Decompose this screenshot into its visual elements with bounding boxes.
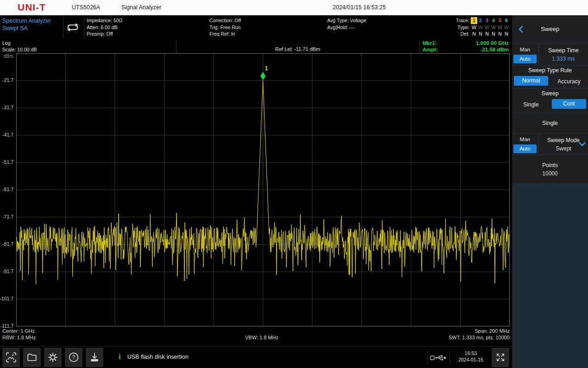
screenshot-icon bbox=[6, 352, 17, 363]
trace-det-value: N bbox=[503, 31, 510, 37]
sweep-type-rule-item: Sweep Type Rule Normal Accuracy bbox=[512, 66, 588, 88]
trig-label: Trig: Free Run bbox=[209, 24, 241, 31]
uni-t-logo: UNI-T bbox=[18, 2, 46, 13]
model-number: UTS5026A bbox=[72, 4, 100, 11]
preamp-label: Preamp: Off bbox=[87, 31, 122, 37]
settings-button[interactable] bbox=[44, 348, 62, 367]
trace-det-value: N bbox=[497, 31, 503, 37]
trace-status-block: Trace: 1 2 3 4 5 6 Type: W W W W W W Det… bbox=[452, 17, 510, 37]
sweep-cont-item: Sweep Single Cont bbox=[512, 89, 588, 112]
sweep-time-label: Sweep Time bbox=[539, 46, 588, 55]
points-label: Points bbox=[512, 161, 588, 170]
fullscreen-button[interactable] bbox=[492, 348, 509, 367]
y-axis-tick: -61.7 bbox=[2, 187, 13, 192]
y-axis-tick: -21.7 bbox=[2, 77, 13, 83]
single-sweep-label: Single bbox=[512, 113, 588, 133]
screenshot-button[interactable] bbox=[2, 348, 20, 367]
swt-label: SWT: 1.333 ms, pts: 10000 bbox=[449, 335, 510, 341]
status-bar: ? i USB flash disk insertion bbox=[0, 346, 512, 368]
help-icon: ? bbox=[68, 352, 79, 363]
sweep-time-value: 1.333 ms bbox=[539, 55, 588, 63]
avg-hold-label: Avg|Hold: --- bbox=[327, 24, 366, 31]
trace-type-value: W bbox=[503, 24, 510, 31]
marker-1-label: 1 bbox=[265, 65, 268, 72]
svg-text:?: ? bbox=[72, 354, 76, 361]
y-axis-tick: -31.7 bbox=[2, 105, 13, 110]
vbw-label: VBW: 1.8 MHz bbox=[176, 335, 348, 341]
sweep-mode-dropdown[interactable]: Sweep Mode Swept bbox=[539, 134, 588, 154]
folder-icon bbox=[26, 352, 38, 363]
scale-block: Log Scale: 10.00 dB bbox=[2, 40, 37, 53]
sweep-time-button[interactable]: Sweep Time 1.333 ms bbox=[539, 44, 588, 65]
trace-det-value: N bbox=[477, 31, 484, 37]
y-axis-tick: -71.7 bbox=[2, 214, 13, 219]
trace-6-selector[interactable]: 6 bbox=[503, 17, 510, 24]
trace-3-selector[interactable]: 3 bbox=[484, 17, 490, 24]
marker-ampt-value: -21.58 dBm bbox=[438, 46, 509, 53]
time-label: 16:53 bbox=[452, 350, 489, 356]
points-item[interactable]: Points 10000 bbox=[512, 155, 588, 183]
trace-1-selector[interactable]: 1 bbox=[471, 17, 477, 24]
sweep-type-rule-label: Sweep Type Rule bbox=[512, 66, 588, 75]
mode-line1: Spectrum Analyzer bbox=[2, 17, 51, 25]
system-message: i USB flash disk insertion bbox=[119, 352, 189, 362]
sweep-mode-man-auto: Man Auto bbox=[512, 134, 538, 154]
y-axis-labels: dBm -21.7-31.7-41.7-51.7-61.7-71.7-81.7-… bbox=[0, 53, 15, 326]
sweep-time-man[interactable]: Man bbox=[513, 45, 537, 54]
sweep-menu: Sweep Man Auto Sweep Time 1.333 ms Sweep… bbox=[512, 15, 588, 368]
clock-display: 16:53 2024-01-15 bbox=[452, 350, 489, 363]
impedance-label: Impedance: 50Ω bbox=[87, 17, 122, 24]
sweep-type-accuracy-button[interactable]: Accuracy bbox=[557, 78, 580, 85]
marker-ampt-label: Ampt: bbox=[423, 46, 438, 53]
scale-ref-row: Log Scale: 10.00 dB Ref Lel: -11.71 dBm … bbox=[0, 40, 512, 53]
sweep-single-option[interactable]: Single bbox=[523, 101, 538, 108]
trace-4-selector[interactable]: 4 bbox=[490, 17, 497, 24]
single-sweep-button[interactable]: Single bbox=[512, 113, 588, 133]
top-bar: UNI-T UTS5026A Signal Analyzer 2024/01/1… bbox=[0, 0, 588, 15]
expand-arrows-icon bbox=[495, 352, 506, 362]
spectrum-plot[interactable]: 1 bbox=[16, 53, 510, 326]
y-axis-tick: -51.7 bbox=[2, 159, 13, 165]
trace-type-value: W bbox=[497, 24, 503, 31]
y-axis-tick: -91.7 bbox=[2, 268, 13, 274]
sweep-mode-man[interactable]: Man bbox=[513, 135, 537, 144]
trace-det-value: N bbox=[471, 31, 477, 37]
sweep-time-auto[interactable]: Auto bbox=[513, 55, 537, 63]
mode-line2: Swept SA bbox=[2, 25, 51, 32]
datetime-label: 2024/01/15 16:53:25 bbox=[333, 4, 386, 11]
menu-header: Sweep bbox=[512, 15, 588, 43]
continuous-sweep-icon[interactable] bbox=[66, 22, 80, 35]
help-button[interactable]: ? bbox=[65, 348, 82, 367]
instrument-screen: UNI-T UTS5026A Signal Analyzer 2024/01/1… bbox=[0, 0, 588, 368]
marker-readout: Mkr1: 1.000 00 GHz Ampt: -21.58 dBm bbox=[423, 40, 509, 53]
sweep-time-item: Man Auto Sweep Time 1.333 ms bbox=[512, 44, 588, 65]
header-status-row: Spectrum Analyzer Swept SA Impedance: 50… bbox=[0, 15, 512, 40]
back-icon[interactable] bbox=[518, 25, 523, 33]
freq-ref-label: Freq Ref: In bbox=[209, 31, 241, 37]
file-manager-button[interactable] bbox=[23, 348, 41, 367]
log-label: Log bbox=[2, 40, 37, 47]
rbw-label: RBW: 1.8 MHz bbox=[2, 335, 36, 341]
save-icon bbox=[89, 352, 100, 363]
app-name: Signal Analyzer bbox=[121, 4, 161, 11]
trace-det-value: N bbox=[484, 31, 490, 37]
points-value: 10000 bbox=[512, 170, 588, 178]
sweep-mode-auto[interactable]: Auto bbox=[513, 144, 537, 153]
type-row-label: Type: bbox=[452, 24, 471, 31]
trace-type-value: W bbox=[471, 24, 477, 31]
ref-level-label: Ref Lel: -11.71 dBm bbox=[176, 46, 419, 52]
trace-2-selector[interactable]: 2 bbox=[477, 17, 484, 24]
sweep-type-normal-button[interactable]: Normal bbox=[514, 76, 548, 86]
save-button[interactable] bbox=[86, 348, 103, 367]
trace-det-value: N bbox=[490, 31, 497, 37]
det-row-label: Det: bbox=[452, 31, 471, 37]
trace-row-label: Trace: bbox=[452, 17, 471, 24]
menu-title: Sweep bbox=[512, 15, 588, 43]
center-freq-label: Center: 1 GHz bbox=[2, 328, 35, 334]
usb-device-icon bbox=[430, 354, 447, 364]
sweep-time-man-auto: Man Auto bbox=[512, 44, 538, 65]
trace-5-selector[interactable]: 5 bbox=[497, 17, 503, 24]
divider bbox=[63, 17, 63, 38]
avg-type-label: Avg Type: Voltage bbox=[327, 17, 366, 24]
sweep-cont-option[interactable]: Cont bbox=[552, 99, 586, 109]
